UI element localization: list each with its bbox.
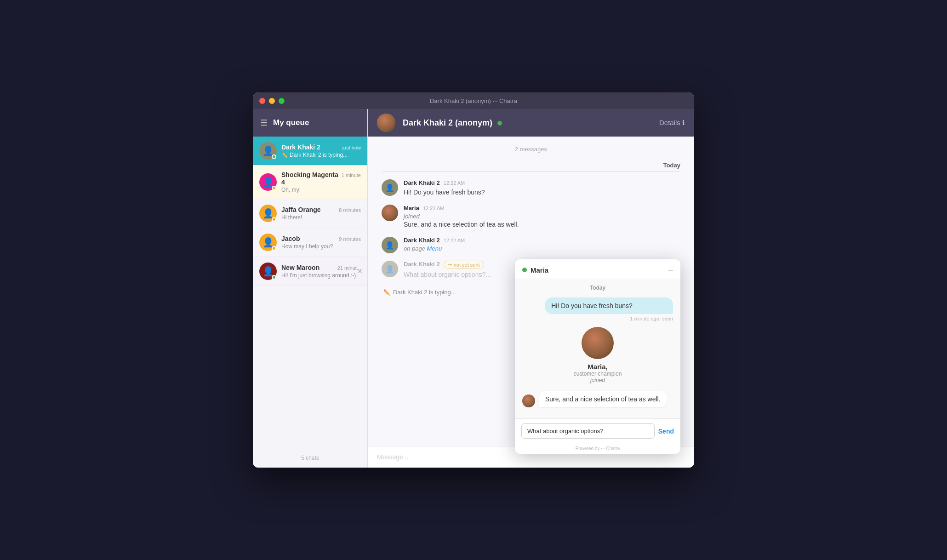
widget-bubble-text: Sure, and a nice selection of tea as wel… (539, 391, 667, 407)
widget-input-area: Send (515, 418, 680, 443)
avatar-new-maroon: 👤 (259, 263, 277, 280)
sidebar-header: ☰ My queue (253, 109, 367, 137)
window-controls[interactable] (259, 98, 285, 104)
close-button[interactable] (259, 98, 265, 104)
chat-item-new-maroon[interactable]: 👤 New Maroon 21 minut... Hi! I'm just br… (253, 257, 367, 286)
status-away (272, 217, 276, 222)
info-icon: ℹ (682, 119, 685, 126)
close-chat-button[interactable]: ✕ (357, 268, 363, 275)
msg-sender: Dark Khaki 2 (404, 179, 440, 186)
avatar-dark-khaki-2: 👤 (259, 142, 277, 160)
widget-footer: Powered by ··· Chatra (515, 443, 680, 454)
online-indicator (497, 121, 502, 126)
chat-name-row: Jaffa Orange 8 minutes (281, 206, 361, 213)
widget-agent-intro-joined: joined (522, 377, 673, 383)
msg-sender: Dark Khaki 2 (404, 237, 440, 244)
widget-body: Today Hi! Do you have fresh buns? 1 minu… (515, 279, 680, 418)
msg-time: 12:22 AM (423, 206, 444, 211)
chat-item-jacob[interactable]: 👤 Jacob 9 minutes How may I help you? (253, 228, 367, 257)
chat-header: Dark Khaki 2 (anonym) Details ℹ (368, 109, 694, 137)
chat-preview-text: Dark Khaki 2 is typing... (290, 152, 348, 158)
send-icon: ⇢ (448, 262, 452, 268)
message-group-3: 👤 Dark Khaki 2 12:22 AM on page Menu (382, 237, 680, 253)
chats-count: 5 chats (301, 455, 319, 461)
window-title: Dark Khaki 2 (anonym) ··· Chatra (430, 97, 517, 104)
agent-avatar-image (377, 114, 395, 132)
typing-icon: ✏️ (383, 289, 390, 296)
avatar-shocking-magenta-4: 👤 (259, 173, 277, 191)
chat-item-shocking-magenta-4[interactable]: 👤 Shocking Magenta 4 1 minute Oh, my! (253, 166, 367, 199)
msg-content-3: Dark Khaki 2 12:22 AM on page Menu (404, 237, 680, 252)
details-button[interactable]: Details ℹ (659, 119, 685, 127)
chat-preview: Hi! I'm just browsing around :-) (281, 272, 361, 279)
chat-preview-text: How may I help you? (281, 243, 333, 250)
page-link[interactable]: Menu (427, 245, 442, 252)
date-divider: Today (382, 162, 680, 172)
chat-name-row: Shocking Magenta 4 1 minute (281, 171, 361, 186)
chat-info-jacob: Jacob 9 minutes How may I help you? (281, 235, 361, 250)
chat-time: just now (342, 145, 361, 150)
widget-input[interactable] (521, 423, 655, 439)
msg-content-2: Maria 12:22 AM joined Sure, and a nice s… (404, 205, 680, 229)
chat-preview: ✏️ Dark Khaki 2 is typing... (281, 152, 361, 158)
chat-time: 1 minute (342, 172, 361, 178)
chat-item-dark-khaki-2[interactable]: 👤 Dark Khaki 2 just now ✏️ Dark Khaki 2 … (253, 137, 367, 166)
chat-name: Shocking Magenta 4 (281, 171, 342, 186)
chat-name-row: Dark Khaki 2 just now (281, 143, 361, 151)
chat-preview-text: Oh, my! (281, 187, 301, 193)
chat-preview: How may I help you? (281, 243, 361, 250)
widget-date: Today (522, 285, 673, 291)
msg-avatar-dk-2: 👤 (382, 237, 398, 253)
chat-header-name: Dark Khaki 2 (anonym) (403, 118, 652, 128)
msg-sender: Maria (404, 205, 419, 211)
pencil-icon: ✏️ (281, 152, 288, 158)
chat-info-jaffa-orange: Jaffa Orange 8 minutes Hi there! (281, 206, 361, 221)
msg-time: 12:22 AM (444, 180, 465, 186)
sidebar: ☰ My queue 👤 Dark Khaki 2 just now (253, 109, 368, 468)
widget-bubble-meta: 1 minute ago, seen (522, 316, 673, 321)
widget-bubble-right: Hi! Do you have fresh buns? (545, 297, 673, 314)
minimize-button[interactable] (269, 98, 275, 104)
chat-name-row: New Maroon 21 minut... (281, 264, 361, 271)
msg-header-2: Maria 12:22 AM (404, 205, 680, 211)
agent-avatar (377, 114, 395, 132)
status-away (272, 186, 276, 190)
widget-minimize-button[interactable]: – (668, 266, 673, 274)
msg-avatar-maria (382, 205, 398, 221)
avatar-jaffa-orange: 👤 (259, 205, 277, 222)
widget-send-button[interactable]: Send (658, 428, 674, 435)
menu-icon[interactable]: ☰ (260, 118, 268, 128)
chat-name: New Maroon (281, 264, 319, 271)
title-bar: Dark Khaki 2 (anonym) ··· Chatra (253, 92, 694, 109)
chat-info-shocking-magenta-4: Shocking Magenta 4 1 minute Oh, my! (281, 171, 361, 193)
chat-item-jaffa-orange[interactable]: 👤 Jaffa Orange 8 minutes Hi there! (253, 199, 367, 228)
widget-agent-small-avatar (522, 394, 535, 407)
msg-page: on page Menu (404, 245, 680, 252)
msg-avatar-dk: 👤 (382, 179, 398, 196)
widget-agent-intro-role: customer champion (522, 371, 673, 377)
msg-content-1: Dark Khaki 2 12:22 AM Hi! Do you have fr… (404, 179, 680, 197)
typing-text: Dark Khaki 2 is typing... (393, 289, 456, 296)
msg-avatar-dk-3: 👤 (382, 261, 398, 277)
chat-name: Jaffa Orange (281, 206, 321, 213)
chat-info-dark-khaki-2: Dark Khaki 2 just now ✏️ Dark Khaki 2 is… (281, 143, 361, 158)
chat-time: 8 minutes (339, 207, 361, 213)
widget-agent-intro-name: Maria, (522, 363, 673, 371)
message-input[interactable] (377, 453, 685, 461)
app-layout: ☰ My queue 👤 Dark Khaki 2 just now (253, 109, 694, 468)
chat-name: Jacob (281, 235, 300, 242)
avatar-jacob: 👤 (259, 234, 277, 251)
message-group-2: Maria 12:22 AM joined Sure, and a nice s… (382, 205, 680, 229)
msg-text-1: Hi! Do you have fresh buns? (404, 188, 680, 197)
chat-widget: Maria – Today Hi! Do you have fresh buns… (515, 259, 680, 454)
msg-text-2: Sure, and a nice selection of tea as wel… (404, 220, 680, 229)
chat-preview: Hi there! (281, 214, 361, 221)
maximize-button[interactable] (279, 98, 285, 104)
not-sent-badge: ⇢ not yet sent (444, 261, 484, 269)
sidebar-footer: 5 chats (253, 448, 367, 468)
chat-name: Dark Khaki 2 (281, 143, 320, 151)
messages-count: 2 messages (382, 146, 680, 153)
chat-preview: Oh, my! (281, 187, 361, 193)
msg-sender: Dark Khaki 2 (404, 261, 440, 268)
widget-bubble-left: Sure, and a nice selection of tea as wel… (522, 391, 673, 407)
